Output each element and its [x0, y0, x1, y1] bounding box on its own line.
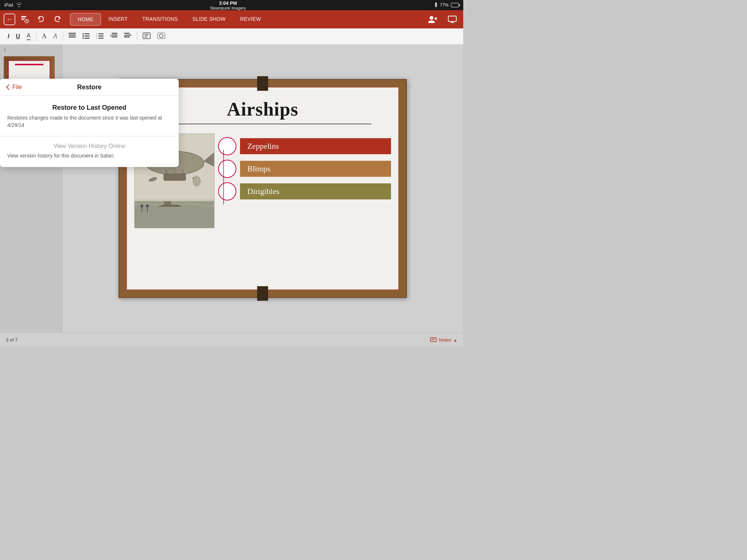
dropdown-header: File Restore	[0, 79, 179, 96]
list-item-zeppelins: Zeppelins	[218, 137, 391, 155]
version-history-description: View version history for this document i…	[0, 152, 179, 167]
bluetooth-icon	[434, 2, 438, 8]
svg-point-16	[82, 35, 84, 37]
svg-rect-26	[112, 33, 117, 34]
status-center: 3:04 PM Steampunk Imagery	[210, 0, 246, 10]
font-pen-button[interactable]: A	[51, 31, 60, 42]
underline-button[interactable]: U	[13, 31, 23, 42]
device-label: iPad	[4, 3, 13, 8]
restore-dropdown: File Restore Restore to Last Opened Rest…	[0, 79, 179, 167]
notes-button[interactable]: Notes ▲	[430, 337, 457, 343]
back-label: File	[12, 84, 22, 90]
svg-rect-21	[98, 33, 104, 34]
label-dirigibles: Dirigibles	[240, 183, 391, 199]
main-area: 7 Airships	[0, 44, 463, 332]
indent-button[interactable]	[121, 31, 134, 42]
toolbar-right-icons	[425, 13, 460, 26]
history-button[interactable]	[18, 13, 32, 26]
battery-icon	[451, 3, 459, 7]
svg-rect-8	[448, 16, 456, 22]
align-button[interactable]	[66, 31, 78, 42]
tab-home[interactable]: HOME	[70, 13, 101, 26]
dropdown-back-button[interactable]: File	[6, 84, 22, 90]
nav-tabs: HOME INSERT TRANSITIONS SLIDE SHOW REVIE…	[70, 13, 268, 26]
tab-review[interactable]: REVIEW	[233, 13, 268, 26]
slide-list-area: Zeppelins Blimps Dirigibles	[218, 133, 391, 232]
version-history-link[interactable]: View Version History Online	[0, 136, 179, 152]
svg-rect-31	[124, 36, 130, 38]
toolbar: ← HOME INSERT TRANSITIONS SLIDE SHOW REV…	[0, 10, 463, 28]
separator2	[63, 32, 63, 41]
battery-percentage: 77%	[440, 3, 449, 8]
page-info: 3 of 7	[6, 337, 18, 343]
section-restore: Restore to Last Opened Restores changes …	[0, 96, 179, 136]
svg-rect-30	[125, 35, 131, 36]
time-label: 3:04 PM	[210, 0, 246, 6]
numbered-list-button[interactable]: 1. 2. 3.	[94, 31, 106, 42]
svg-rect-25	[98, 38, 104, 39]
restore-description: Restores changes made to the document si…	[0, 114, 179, 136]
svg-rect-12	[69, 35, 76, 36]
separator3	[137, 32, 137, 41]
svg-point-58	[140, 205, 143, 207]
format-bar: I U A A A 1. 2. 3.	[0, 28, 463, 44]
add-person-button[interactable]	[425, 13, 440, 26]
list-item-blimps: Blimps	[218, 160, 391, 178]
top-pin	[257, 76, 268, 91]
svg-rect-11	[69, 33, 76, 34]
back-button[interactable]: ←	[4, 13, 15, 25]
svg-rect-1	[21, 16, 26, 17]
undo-button[interactable]	[34, 13, 48, 26]
restore-title: Restore to Last Opened	[0, 96, 179, 114]
svg-rect-19	[85, 38, 90, 39]
svg-point-18	[82, 38, 84, 39]
svg-rect-27	[112, 35, 117, 36]
text-style-button[interactable]: A	[24, 31, 33, 42]
svg-rect-2	[21, 18, 25, 19]
svg-rect-29	[124, 33, 130, 34]
svg-marker-56	[164, 201, 171, 205]
separator1	[36, 32, 36, 41]
document-title: Steampunk Imagery	[210, 6, 246, 10]
svg-rect-13	[69, 36, 76, 38]
svg-rect-15	[85, 33, 90, 34]
outdent-button[interactable]	[108, 31, 120, 42]
bullet-list-button[interactable]	[80, 31, 92, 42]
shapes-button[interactable]	[155, 31, 168, 42]
svg-rect-41	[164, 174, 186, 180]
svg-point-14	[82, 33, 84, 35]
status-bar: iPad 3:04 PM Steampunk Imagery 77%	[0, 0, 463, 10]
svg-rect-3	[21, 19, 24, 20]
font-color-button[interactable]: A	[39, 31, 49, 42]
tab-insert[interactable]: INSERT	[101, 13, 135, 26]
italic-button[interactable]: I	[5, 31, 12, 42]
bottom-pin	[257, 286, 268, 301]
svg-point-5	[430, 16, 433, 20]
notes-label: Notes	[439, 337, 451, 343]
tab-transitions[interactable]: TRANSITIONS	[135, 13, 185, 26]
text-box-button[interactable]	[140, 31, 153, 42]
svg-rect-28	[112, 36, 117, 38]
svg-text:3.: 3.	[96, 37, 98, 39]
status-left: iPad	[4, 3, 22, 8]
notes-arrow-icon: ▲	[453, 338, 457, 342]
section-version-history: View Version History Online View version…	[0, 136, 179, 167]
status-right: 77%	[434, 2, 459, 8]
dropdown-title: Restore	[77, 83, 101, 91]
svg-rect-23	[98, 35, 104, 36]
svg-point-37	[159, 34, 163, 38]
label-zeppelins: Zeppelins	[240, 138, 391, 154]
screen-button[interactable]	[445, 13, 460, 25]
svg-rect-62	[430, 338, 436, 342]
tab-slideshow[interactable]: SLIDE SHOW	[185, 13, 233, 26]
svg-rect-17	[85, 35, 90, 36]
redo-button[interactable]	[50, 13, 64, 26]
label-blimps: Blimps	[240, 161, 391, 177]
slide-divider	[154, 124, 371, 124]
svg-point-60	[146, 205, 149, 207]
slide-num-label: 7	[4, 48, 58, 52]
list-item-dirigibles: Dirigibles	[218, 182, 391, 201]
bottom-bar: 3 of 7 Notes ▲	[0, 332, 463, 347]
wifi-icon	[16, 3, 22, 8]
svg-point-53	[193, 176, 200, 186]
